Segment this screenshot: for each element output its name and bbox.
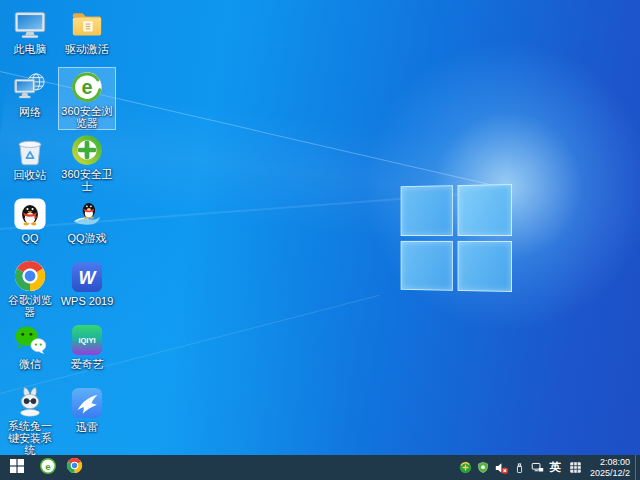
desktop-icon-driver-activate[interactable]: 驱动激活 — [58, 4, 116, 67]
wired-network-icon[interactable] — [530, 455, 545, 480]
svg-text:iQIYI: iQIYI — [78, 336, 95, 345]
taskbar: e — [0, 455, 640, 480]
clock-time: 2:08:00 — [590, 457, 630, 468]
start-button[interactable] — [0, 455, 34, 480]
icon-label: QQ游戏 — [67, 232, 106, 244]
language-indicator[interactable]: 英 — [549, 460, 561, 475]
show-desktop-button[interactable] — [635, 455, 640, 480]
windows-logo-pane — [458, 184, 512, 236]
volume-muted-icon[interactable] — [494, 455, 509, 480]
recycle-bin-icon — [12, 133, 48, 168]
wechat-icon — [12, 322, 48, 357]
svg-text:e: e — [81, 76, 92, 98]
icon-label: 迅雷 — [76, 421, 98, 433]
usb-device-icon[interactable] — [512, 455, 527, 480]
360-browser-e-icon: e — [69, 70, 105, 104]
icon-label: 回收站 — [14, 169, 47, 181]
desktop-icon-grid: 此电脑 驱动激活 — [2, 4, 118, 445]
desktop-icon-chrome[interactable]: 谷歌浏览器 — [2, 256, 58, 319]
ime-keyboard-grid-icon[interactable] — [568, 455, 583, 480]
icon-label: 系统兔一键安装系统 — [3, 420, 57, 456]
360-browser-e-icon: e — [39, 457, 57, 479]
chrome-icon — [66, 457, 83, 478]
icon-label: 微信 — [19, 358, 41, 370]
taskbar-360-browser-button[interactable]: e — [34, 455, 61, 480]
thunder-bird-icon — [69, 385, 105, 420]
desktop-icon-wps[interactable]: W WPS 2019 — [58, 256, 116, 319]
icon-label: 此电脑 — [14, 43, 47, 55]
this-pc-icon — [12, 7, 48, 42]
desktop-icon-360-browser[interactable]: e 360安全浏览器 — [58, 67, 116, 130]
icon-label: WPS 2019 — [61, 295, 114, 307]
icon-label: 360安全卫士 — [59, 168, 115, 192]
desktop-icon-qq-games[interactable]: QQ游戏 — [58, 193, 116, 256]
chrome-icon — [12, 259, 48, 293]
icon-label: 驱动激活 — [65, 43, 109, 55]
icon-label: 网络 — [19, 106, 41, 118]
360-antivirus-tray-icon[interactable] — [458, 455, 473, 480]
desktop-icon-xunlei[interactable]: 迅雷 — [58, 382, 116, 445]
desktop-icon-qq[interactable]: QQ — [2, 193, 58, 256]
qq-penguin-icon — [12, 196, 48, 231]
icon-label: 谷歌浏览器 — [3, 294, 57, 318]
desktop-wallpaper: 此电脑 驱动激活 — [0, 0, 640, 455]
desktop-icon-wechat[interactable]: 微信 — [2, 319, 58, 382]
svg-text:e: e — [45, 460, 50, 471]
windows-start-icon — [10, 459, 24, 477]
network-globe-icon — [12, 70, 48, 105]
iqiyi-icon: iQIYI — [69, 322, 105, 357]
folder-icon — [69, 7, 105, 42]
clock-date: 2025/12/2 — [590, 468, 630, 479]
desktop-icon-this-pc[interactable]: 此电脑 — [2, 4, 58, 67]
wps-icon: W — [69, 259, 105, 294]
icon-label: 360安全浏览器 — [59, 105, 115, 129]
icon-label: 爱奇艺 — [71, 358, 104, 370]
desktop-icon-xitongtu[interactable]: 系统兔一键安装系统 — [2, 382, 58, 445]
rabbit-installer-icon — [12, 385, 48, 419]
windows-wallpaper-logo — [401, 184, 512, 292]
windows-logo-pane — [401, 240, 453, 290]
desktop-icon-network[interactable]: 网络 — [2, 67, 58, 130]
desktop-icon-360-safeguard[interactable]: 360安全卫士 — [58, 130, 116, 193]
svg-text:W: W — [79, 267, 98, 287]
qq-games-icon — [69, 196, 105, 231]
windows-logo-pane — [458, 240, 512, 292]
icon-label: QQ — [21, 232, 38, 244]
windows-logo-pane — [401, 185, 453, 235]
taskbar-chrome-button[interactable] — [61, 455, 88, 480]
desktop-icon-iqiyi[interactable]: iQIYI 爱奇艺 — [58, 319, 116, 382]
360-shield-tray-icon[interactable] — [476, 455, 491, 480]
desktop-icon-recycle-bin[interactable]: 回收站 — [2, 130, 58, 193]
clock[interactable]: 2:08:00 2025/12/2 — [590, 457, 630, 478]
system-tray: 英 2:08:00 2025/12/2 — [456, 455, 640, 480]
360-safeguard-icon — [69, 133, 105, 167]
